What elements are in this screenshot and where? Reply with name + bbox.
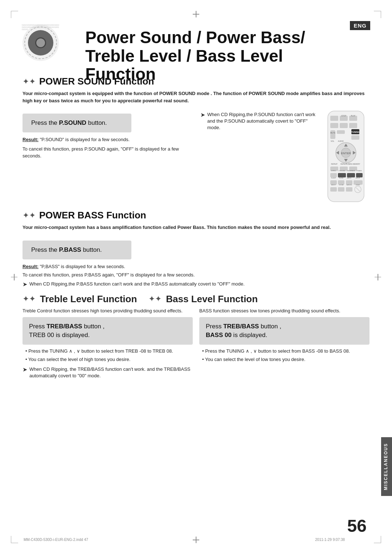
- ps-result-text: "P.SOUND" is displayed for a few seconds…: [40, 137, 130, 142]
- ps-heading-text: POWER SOUND Function: [39, 76, 154, 87]
- svg-text:P.SOUND: P.SOUND: [339, 170, 345, 172]
- svg-text:STOP: STOP: [341, 115, 346, 117]
- svg-text:MUTE: MUTE: [330, 132, 336, 134]
- treble-col: Treble Control function stresses high to…: [23, 308, 193, 381]
- svg-text:DSPEC: DSPEC: [331, 170, 336, 172]
- power-sound-heading: ✦✦ POWER SOUND Function: [23, 76, 369, 87]
- pb-result-line: Result: "P,BASS" is displayed for a few …: [23, 263, 369, 270]
- ps-two-col: Press the P.SOUND button. Result: "P.SOU…: [23, 109, 369, 205]
- corner-mark-tl: [11, 11, 18, 18]
- svg-text:SLOW: SLOW: [339, 177, 343, 179]
- bass-level-press-box: Press TREB/BASS button , BASS 00 is disp…: [199, 317, 369, 345]
- bass-level-col: BASS function stresses low tones providi…: [199, 308, 369, 381]
- speaker-icon-area: 0101010100101010010101001010100101010010…: [23, 25, 59, 61]
- svg-text:MOIST: MOIST: [331, 184, 336, 186]
- svg-text:AUDIO: AUDIO: [338, 140, 344, 142]
- treble-bass-two-col: Treble Control function stresses high to…: [23, 308, 369, 381]
- svg-text:TUNING: TUNING: [351, 131, 360, 133]
- ps-right-col: ➤ When CD Ripping,the P.SOUND function c…: [200, 109, 369, 205]
- pb-result-label: Result:: [23, 264, 38, 269]
- svg-text:P.BASS: P.BASS: [357, 170, 362, 172]
- power-bass-section: ✦✦ POWER BASS Function Your micro-compac…: [23, 210, 369, 288]
- power-sound-section: ✦✦ POWER SOUND Function Your micro-compa…: [23, 76, 369, 205]
- footer-right: 2011-1-29 9:07:38: [315, 538, 345, 542]
- ps-cancel-text: To cancel this function, press P.SOUND a…: [23, 145, 192, 160]
- corner-mark-bl: [11, 536, 18, 543]
- pb-press-box: Press the P.BASS button.: [23, 236, 369, 263]
- treble-bullet1: Press the TUNING ∧ , ∨ button to select …: [25, 348, 193, 355]
- svg-rect-47: [338, 187, 344, 192]
- treble-desc: Treble Control function stresses high to…: [23, 308, 193, 314]
- ps-intro: Your micro-compact system is equipped wi…: [23, 90, 369, 104]
- ps-icon: ✦✦: [23, 77, 36, 86]
- treble-bass-section: ✦✦ Treble Level Function ✦✦ Bass Level F…: [23, 294, 369, 381]
- title-line1: Power Sound / Power Bass/: [85, 28, 305, 47]
- svg-text:DEMO: DEMO: [356, 184, 360, 186]
- treble-arrow: ➤: [23, 366, 27, 379]
- svg-text:CANCEL: CANCEL: [346, 184, 352, 186]
- svg-rect-11: [337, 130, 345, 134]
- svg-rect-14: [351, 135, 359, 140]
- bass-level-desc: BASS function stresses low tones providi…: [199, 308, 369, 314]
- ps-result-line: Result: "P.SOUND" is displayed for a few…: [23, 136, 192, 143]
- eng-badge: ENG: [350, 21, 370, 30]
- svg-text:TUNING MEMORY: TUNING MEMORY: [346, 163, 360, 165]
- ps-result-label: Result:: [23, 137, 38, 142]
- ps-arrow: ➤: [200, 111, 205, 203]
- bl-icon: ✦✦: [148, 294, 162, 304]
- svg-text:VOL: VOL: [331, 140, 334, 142]
- ps-side-note-text: When CD Ripping,the P.SOUND function can…: [207, 111, 319, 203]
- svg-text:INPUT: INPUT: [356, 177, 360, 179]
- pb-intro: Your micro-compact system has a bass amp…: [23, 224, 369, 231]
- treble-bullet2: You can select the level of high tones y…: [25, 356, 193, 363]
- svg-rect-8: [349, 123, 357, 128]
- corner-mark-br: [374, 536, 381, 543]
- crosshair-bottom: [193, 537, 199, 543]
- remote-control-image: STOP PLAY MUTE TUNING: [322, 109, 369, 205]
- pb-heading-text: POWER BASS Function: [39, 210, 146, 221]
- treble-press-box: Press TREB/BASS button , TREB 00 is disp…: [23, 317, 193, 345]
- pb-icon: ✦✦: [23, 211, 36, 220]
- treble-bass-heading-row: ✦✦ Treble Level Function ✦✦ Bass Level F…: [23, 294, 369, 305]
- power-bass-heading: ✦✦ POWER BASS Function: [23, 210, 369, 221]
- tl-icon: ✦✦: [23, 294, 36, 304]
- treble-cd-note-text: When CD Ripping, the TREB/BASS function …: [29, 366, 193, 379]
- svg-rect-48: [346, 187, 352, 192]
- misc-tab: MISCELLANEOUS: [381, 437, 392, 496]
- crosshair-top: [193, 11, 199, 17]
- bass-level-bullet1: Press the TUNING ∧ , ∨ button to select …: [202, 348, 369, 355]
- svg-text:ENTER: ENTER: [341, 152, 351, 155]
- crosshair-left: [11, 274, 17, 280]
- svg-text:PLAY: PLAY: [351, 115, 356, 117]
- svg-rect-6: [330, 123, 338, 128]
- corner-mark-tr: [374, 11, 381, 18]
- remote-svg: STOP PLAY MUTE TUNING: [322, 109, 369, 204]
- pb-side-note: ➤ When CD Ripping,the P.BASS function ca…: [23, 281, 369, 288]
- crosshair-right: [375, 274, 381, 280]
- svg-text:REPEAT: REPEAT: [331, 163, 338, 165]
- pb-arrow: ➤: [23, 280, 27, 288]
- svg-rect-1: [330, 116, 338, 121]
- pb-press-box-inner: Press the P.BASS button.: [23, 241, 131, 259]
- ps-press-box: Press the P.SOUND button.: [23, 114, 131, 132]
- svg-rect-7: [340, 123, 348, 128]
- bass-level-bullet2: You can select the level of low tones yo…: [202, 356, 369, 363]
- tl-heading-text: Treble Level Function: [40, 294, 137, 305]
- svg-text:AMCD: AMCD: [347, 177, 351, 179]
- bl-heading-text: Bass Level Function: [166, 294, 258, 305]
- ps-left-col: Press the P.SOUND button. Result: "P.SOU…: [23, 109, 192, 205]
- pb-result-text: "P,BASS" is displayed for a few seconds.: [40, 264, 125, 269]
- treble-cd-note: ➤ When CD Ripping, the TREB/BASS functio…: [23, 366, 193, 379]
- page-number: 56: [347, 516, 367, 536]
- svg-text:ZOOM: ZOOM: [339, 184, 343, 186]
- footer-left: MM-C430D-530D-i-EUR-ENG-2.indd 47: [24, 538, 88, 542]
- svg-rect-46: [330, 187, 337, 192]
- svg-text:SLEEP: SLEEP: [331, 177, 336, 179]
- pb-side-note-text: When CD Ripping,the P.BASS function can'…: [29, 281, 245, 288]
- ps-side-note: ➤ When CD Ripping,the P.SOUND function c…: [200, 111, 319, 203]
- pb-cancel-text: To cancel this function, press P.BASS ag…: [23, 271, 369, 279]
- svg-text:TREB/BASS: TREB/BASS: [347, 170, 355, 172]
